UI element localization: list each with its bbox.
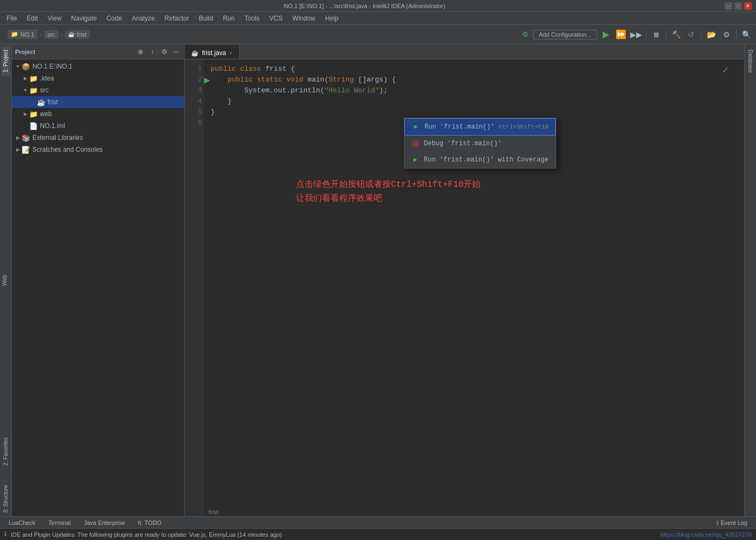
menu-window[interactable]: Window [288,14,320,23]
kw-string: String [328,75,358,85]
kw-class: class [240,64,266,75]
folder-icon: 📁 [29,110,38,118]
menu-build[interactable]: Build [194,14,218,23]
ctx-run-coverage-item[interactable]: ▶ Run 'frist.main()' with Coverage [404,152,556,168]
breadcrumb-file[interactable]: ☕ frist [65,30,90,39]
code-line-3: System.out.println("Hello World"); [211,85,738,96]
stop-button[interactable]: ⏹ [650,28,663,41]
menu-view[interactable]: View [43,14,66,23]
expand-arrow: ▶ [22,76,29,81]
event-log-tab[interactable]: ℹ Event Log [711,518,753,527]
panel-settings-button[interactable]: ⚙ [159,47,169,57]
search-icon: ⚙ [522,30,529,38]
close-paren: ); [379,85,388,96]
expand-arrow: ▶ [14,147,22,152]
indent2 [211,75,227,85]
project-panel-header: Project ⊕ ↕ ⚙ ─ [12,44,184,59]
bottom-tab-terminal[interactable]: Terminal [43,518,77,527]
toolbar: 📁 NO.1 › src › ☕ frist ⚙ Add Configurati… [0,25,756,44]
favorites-side-tab[interactable]: 2: Favorites [1,434,10,469]
ctx-debug-item[interactable]: 🐞 Debug 'frist.main()' [404,136,556,152]
bottom-tabs: LuaCheck Terminal Java Enterprise 6: TOD… [0,516,756,528]
toolbar-sep4 [736,29,737,40]
run-coverage-button[interactable]: ▶▶ [630,28,643,41]
expand-arrow: ▶ [22,111,29,117]
menu-vcs[interactable]: VCS [265,14,287,23]
debug-button[interactable]: ⏩ [615,28,627,41]
indent3 [211,85,244,96]
settings-button[interactable]: ⚙ [720,28,733,41]
tree-item-frist[interactable]: ☕ frist [12,96,184,108]
web-side-tab[interactable]: Web [0,272,9,289]
build-button[interactable]: 🔨 [670,28,683,41]
project-tree: ▼ 📦 NO.1 E:\NO.1 ▶ 📁 .idea ▼ 📁 src [12,59,184,516]
menu-code[interactable]: Code [102,14,126,23]
menu-refactor[interactable]: Refactor [160,14,193,23]
line-numbers: 1 2 3 4 5 6 [185,59,204,516]
editor-bottom-filename: frist [204,508,222,516]
tree-item-label: NO.1.iml [40,122,65,130]
breadcrumb-project[interactable]: 📁 NO.1 [8,30,38,39]
breadcrumb-module[interactable]: src [44,30,59,39]
run-button[interactable]: ▶ [599,28,612,41]
kw-void: void [286,75,307,85]
scratches-icon: 📝 [22,146,30,154]
minimize-panel-button[interactable]: ─ [171,47,181,57]
tree-item-idea[interactable]: ▶ 📁 .idea [12,72,184,84]
database-tab[interactable]: Database [746,46,755,76]
bottom-tab-todo[interactable]: 6: TODO [133,518,167,527]
ctx-run-item[interactable]: ▶ Run 'frist.main()' Ctrl+Shift+F10 [404,118,556,136]
scroll-from-source-button[interactable]: ↕ [147,47,157,57]
update-button[interactable]: ↺ [685,28,698,41]
add-configuration-button[interactable]: Add Configuration... [533,30,597,39]
bottom-tab-luacheck[interactable]: LuaCheck [3,518,41,527]
breadcrumb-sep2: › [60,31,63,38]
tree-item-web[interactable]: ▶ 📁 web [12,108,184,120]
tab-filename: frist.java [202,49,226,57]
locate-file-button[interactable]: ⊕ [136,47,145,57]
module-icon: 📦 [22,63,30,71]
expand-arrow: ▼ [14,64,22,69]
menu-navigate[interactable]: Navigate [67,14,101,23]
minimize-button[interactable]: ─ [725,2,732,10]
menu-edit[interactable]: Edit [22,14,42,23]
editor-tab-frist[interactable]: ☕ frist.java × [185,45,240,59]
menu-help[interactable]: Help [321,14,343,23]
kw-static: static [257,75,287,85]
string-hello: "Hello World" [325,85,379,96]
close-button[interactable]: ✕ [744,2,752,10]
breadcrumb-module-label: src [48,31,56,38]
toolbar-sep1 [646,29,646,40]
web-outer-tab: Web [0,272,12,289]
line-num-6: 6 [187,118,202,129]
project-folder-button[interactable]: 📂 [705,28,718,41]
java-file-icon: ☕ [68,31,75,37]
maximize-button[interactable]: □ [734,2,742,10]
code-area[interactable]: public class frist { public static void … [204,59,744,516]
structure-side-tab[interactable]: 3: Structure [1,482,10,516]
gutter-run-button[interactable]: ▶ [204,76,210,84]
bottom-tab-java-enterprise[interactable]: Java Enterprise [78,518,130,527]
menu-analyze[interactable]: Analyze [127,14,159,23]
editor-tabs: ☕ frist.java × [185,44,744,59]
event-log-icon: ℹ [717,520,719,526]
tree-item-label: Scratches and Consoles [32,146,103,153]
tree-item-no1[interactable]: ▼ 📦 NO.1 E:\NO.1 [12,60,184,72]
annotation-line2: 让我们看看程序效果吧 [296,192,481,206]
ctx-debug-label: Debug 'frist.main()' [424,138,502,149]
project-panel: Project ⊕ ↕ ⚙ ─ ▼ 📦 NO.1 E:\NO.1 ▶ 📁 .id… [12,44,185,516]
notification-url[interactable]: https://blog.csdn.net/qq_43527278 [660,531,752,538]
checkmark-icon: ✓ [719,62,732,78]
tree-item-extlibs[interactable]: ▶ 📚 External Libraries [12,132,184,144]
tree-item-src[interactable]: ▼ 📁 src [12,84,184,96]
menu-tools[interactable]: Tools [240,14,264,23]
menu-file[interactable]: File [2,14,21,23]
expand-arrow: ▶ [14,135,22,140]
tree-item-iml[interactable]: 📄 NO.1.iml [12,120,184,132]
title-bar: NO.1 [E:\NO.1] - ...\src\frist.java - In… [0,0,756,12]
menu-run[interactable]: Run [219,14,239,23]
tree-item-scratches[interactable]: ▶ 📝 Scratches and Consoles [12,144,184,156]
search-everywhere-button[interactable]: 🔍 [740,28,753,41]
project-side-tab[interactable]: 1: Project [1,46,10,76]
tab-close-button[interactable]: × [230,50,233,56]
